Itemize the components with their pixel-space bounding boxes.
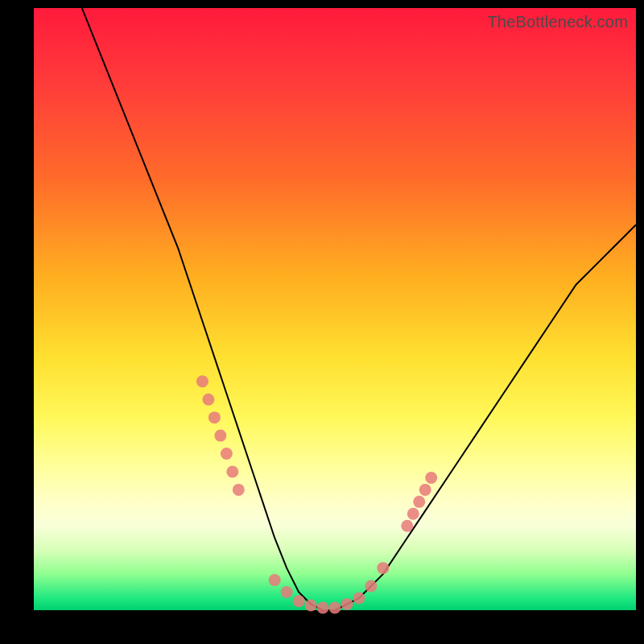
data-point: [365, 580, 377, 592]
bottleneck-curve: [82, 8, 636, 610]
data-point: [401, 520, 413, 532]
data-point: [353, 592, 365, 605]
curve-path: [82, 8, 636, 610]
data-point: [226, 465, 238, 477]
data-point: [196, 375, 208, 387]
data-point: [233, 484, 245, 496]
data-point: [329, 602, 341, 614]
data-point: [221, 448, 233, 460]
data-point: [425, 472, 437, 484]
chart-svg: [34, 8, 636, 610]
data-point: [208, 411, 221, 423]
data-point: [214, 430, 226, 442]
chart-frame: TheBottleneck.com: [0, 0, 644, 644]
data-point: [419, 484, 431, 496]
data-point: [317, 602, 329, 614]
data-point: [305, 600, 317, 612]
data-point: [377, 562, 389, 574]
data-point: [341, 598, 353, 610]
data-point: [293, 595, 305, 607]
plot-area: TheBottleneck.com: [34, 8, 636, 610]
data-point: [413, 496, 425, 508]
data-point: [269, 574, 281, 586]
data-point: [281, 586, 293, 598]
data-point: [202, 394, 214, 406]
data-point: [407, 508, 419, 520]
